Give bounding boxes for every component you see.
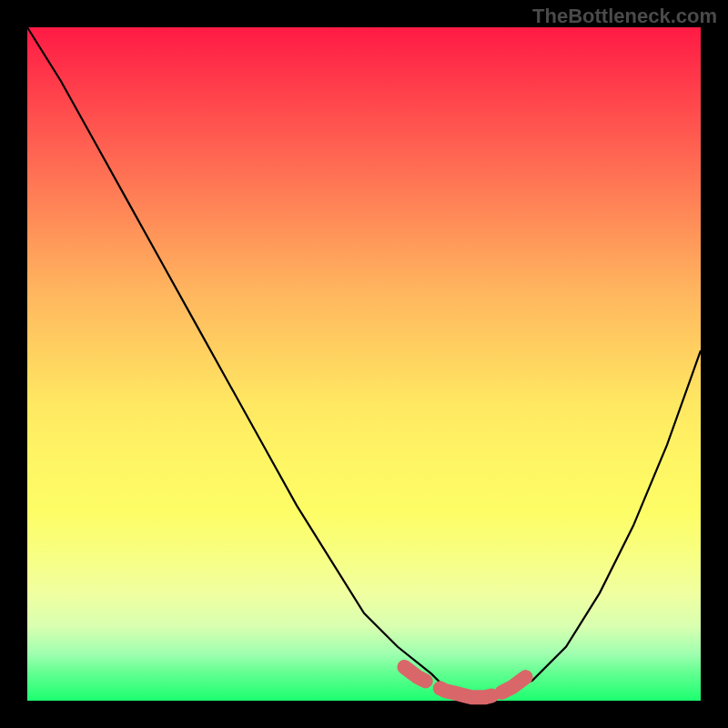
chart-plot-area <box>27 27 701 701</box>
bottleneck-curve-svg <box>27 27 701 701</box>
optimal-range-marker <box>404 667 525 697</box>
bottleneck-curve <box>27 27 701 701</box>
watermark-text: TheBottleneck.com <box>532 5 717 28</box>
